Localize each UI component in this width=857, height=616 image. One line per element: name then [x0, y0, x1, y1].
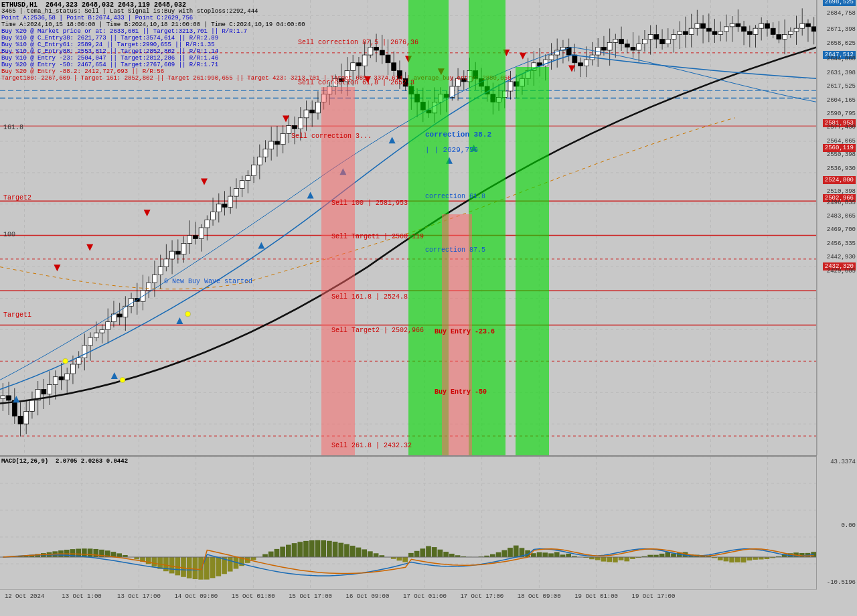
time-label-7: 17 Oct 01:00 [403, 593, 447, 600]
price-2560: 2560,119 [823, 144, 856, 152]
time-label-3: 14 Oct 09:00 [174, 593, 218, 600]
price-2644: 2644,868 [827, 56, 856, 62]
info-buy2: Buy %10 @ C_Entry38: 2621,773 || Target:… [1, 35, 218, 42]
info-buy1: Buy %20 @ Market price or at: 2633,601 |… [1, 28, 247, 35]
price-2631: 2631,398 [827, 70, 856, 76]
label-161: 161.8 [3, 124, 23, 131]
time-label-10: 19 Oct 01:00 [574, 593, 618, 600]
time-label-8: 17 Oct 17:00 [460, 593, 503, 600]
macd-level-0: 0.00 [841, 522, 856, 529]
target1-label: Target1 [3, 311, 31, 319]
buy-entry-n50-label: Buy Entry -50 [435, 388, 487, 396]
price-2684: 2684,758 [827, 10, 856, 17]
sell-correction-875-label: Sell correction 87,5 | 2676,36 [298, 39, 418, 46]
info-buy7: Buy %20 @ Entry -88.2: 2412,727,093 || R… [1, 68, 164, 75]
correction-value-label: | | 2629,756 [425, 146, 478, 154]
macd-level-n10: -10.5196 [827, 579, 856, 586]
price-2429: 2429,605 [827, 268, 856, 275]
price-2524: 2524,800 [823, 176, 856, 184]
macd-axis: 43.3374 0.00 -10.5196 [817, 455, 857, 589]
info-buy3: Buy %10 @ C_Entry61: 2589,24 || Target:2… [1, 42, 215, 48]
macd-info: MACD(12,26,9) 2.0705 2.0263 0.0442 [1, 458, 128, 465]
green-zone-2 [469, 0, 505, 455]
price-2604: 2604,165 [827, 97, 856, 104]
time-label-2: 13 Oct 17:00 [117, 593, 161, 600]
buy-entry-n236-label: Buy Entry -23.6 [435, 328, 495, 335]
main-chart: ETHUSD,H1 2644,323 2648,032 2643,119 264… [0, 0, 817, 455]
price-2590: 2590,795 [827, 110, 856, 117]
info-buy4: Buy %10 @ C_Entry88: 2553,812 || Target:… [1, 48, 218, 55]
chart-container: ETHUSD,H1 2644,323 2648,032 2643,119 264… [0, 0, 857, 616]
info-points: Point A:2536,58 | Point B:2674,433 | Poi… [1, 15, 193, 21]
time-label-5: 15 Oct 17:00 [289, 593, 332, 600]
sell-161-label: Sell 161.8 | 2524.8 [331, 293, 408, 301]
sell-100-label: Sell 100 | 2581,953 [331, 200, 408, 207]
price-2483: 2483,065 [827, 213, 856, 220]
sell-target1-label: Sell Target1 | 2560,119 [331, 233, 424, 240]
info-buy6: Buy %20 @ Entry -50: 2467,654 || Target:… [1, 62, 218, 68]
price-2577: 2577,430 [827, 124, 856, 131]
time-label-6: 16 Oct 09:00 [346, 593, 390, 600]
price-axis: 2698,525 2684,758 2671,398 2658,025 2647… [817, 0, 857, 455]
time-label-0: 12 Oct 2024 [5, 593, 44, 600]
price-2456: 2456,335 [827, 240, 856, 247]
time-label-11: 19 Oct 17:00 [632, 593, 676, 600]
macd-canvas [0, 457, 817, 589]
info-buy5: Buy %10 @ Entry -23: 2504,047 || Target:… [1, 55, 218, 62]
target2-label: Target2 [3, 194, 31, 202]
green-zone-3 [516, 67, 549, 455]
price-2536: 2536,930 [827, 165, 856, 172]
time-label-1: 13 Oct 1:00 [62, 593, 101, 600]
price-2496: 2496,835 [827, 200, 856, 206]
info-time: Time A:2024,10,15 18:00:00 | Time B:2024… [1, 21, 305, 28]
time-label-9: 18 Oct 09:00 [518, 593, 561, 600]
price-2550: 2550,398 [827, 151, 856, 158]
sell-correction-618-label: Sell correction 61,8 | 2652,3 [298, 79, 414, 86]
price-2442: 2442,930 [827, 254, 856, 260]
label-100: 100 [3, 231, 15, 238]
red-zone-1 [321, 87, 355, 455]
new-buy-wave-label: 0 New Buy Wave started [164, 278, 252, 285]
macd-panel: MACD(12,26,9) 2.0705 2.0263 0.0442 [0, 455, 817, 589]
time-label-4: 15 Oct 01:00 [232, 593, 275, 600]
sell-target2-label: Sell Target2 | 2502,966 [331, 327, 424, 334]
price-2698: 2698,525 [823, 0, 856, 6]
sell-261-label: Sell 261.8 | 2432.32 [331, 442, 412, 449]
info-line1: 3465 | tema_h1_status: Sell | Last Signa… [1, 8, 258, 15]
macd-level-43: 43.3374 [830, 459, 856, 465]
correction-618-label: correction 61.8 [425, 193, 485, 200]
price-2671: 2671,398 [827, 26, 856, 33]
correction-382-label: correction 38.2 [425, 131, 491, 139]
price-2469: 2469,700 [827, 226, 856, 233]
price-2617: 2617,525 [827, 83, 856, 90]
correction-875-label: correction 87.5 [425, 246, 485, 254]
sell-correction-382-label: Sell correction 3... [291, 133, 372, 140]
price-2658: 2658,025 [827, 40, 856, 47]
time-axis: 12 Oct 2024 13 Oct 1:00 13 Oct 17:00 14 … [0, 589, 817, 616]
